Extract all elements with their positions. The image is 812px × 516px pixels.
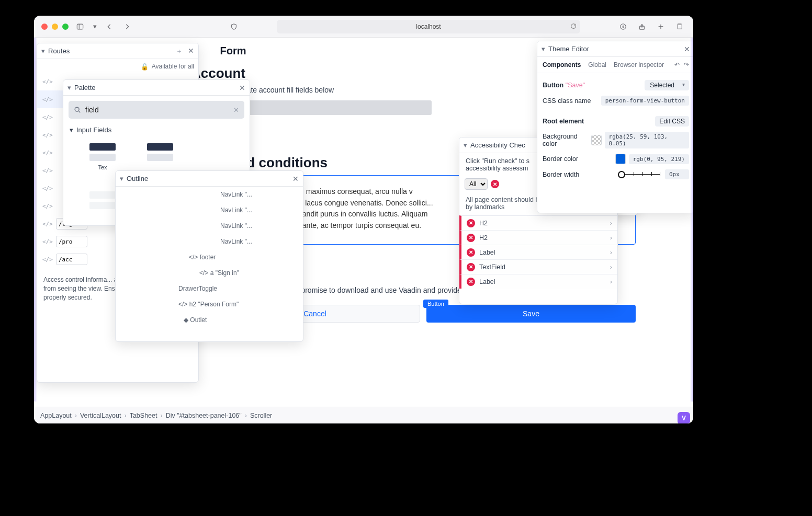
breadcrumb-item[interactable]: Scroller bbox=[250, 412, 272, 419]
redo-icon[interactable]: ↷ bbox=[684, 61, 689, 68]
section-label: Root element bbox=[543, 118, 584, 125]
border-width-value[interactable]: 0px bbox=[665, 169, 689, 179]
close-icon[interactable]: ✕ bbox=[292, 175, 299, 183]
outline-row[interactable]: DrawerToggle bbox=[116, 281, 303, 296]
vaadin-badge-icon[interactable]: V bbox=[678, 412, 690, 423]
chevron-right-icon: › bbox=[610, 263, 612, 271]
breadcrumb-item[interactable]: Div "#tabsheet-panel-106" bbox=[166, 412, 242, 419]
refresh-icon[interactable] bbox=[570, 22, 577, 30]
outline-row[interactable]: ◆ Outlet bbox=[116, 312, 303, 328]
unlock-icon: 🔓 bbox=[141, 63, 149, 71]
tabs-icon[interactable] bbox=[673, 20, 686, 33]
chevron-down-icon: ▾ bbox=[70, 126, 73, 134]
a11y-filter[interactable]: All bbox=[465, 178, 488, 190]
code-icon: </> bbox=[42, 256, 53, 263]
state-select[interactable]: Selected bbox=[645, 80, 689, 90]
shield-icon[interactable] bbox=[228, 20, 240, 33]
code-icon: </> bbox=[42, 167, 53, 174]
close-icon[interactable]: ✕ bbox=[239, 84, 245, 92]
palette-item[interactable]: Tex bbox=[84, 143, 121, 170]
error-icon: ✕ bbox=[467, 278, 475, 286]
route-path-input[interactable] bbox=[56, 236, 87, 247]
route-path-input[interactable] bbox=[56, 254, 87, 265]
code-icon: </> bbox=[42, 132, 53, 139]
new-tab-icon[interactable] bbox=[655, 20, 667, 33]
clear-icon[interactable]: ✕ bbox=[233, 106, 239, 114]
a11y-issue-row[interactable]: ✕Label› bbox=[459, 274, 617, 289]
code-icon: </> bbox=[42, 185, 53, 192]
bg-color-label: Background color bbox=[543, 133, 591, 147]
class-value[interactable]: person-form-view-button bbox=[601, 96, 689, 106]
outline-row[interactable]: </> footer bbox=[116, 249, 303, 265]
share-icon[interactable] bbox=[636, 20, 648, 33]
a11y-issue-row[interactable]: ✕TextField› bbox=[459, 259, 617, 274]
nav-forward-icon[interactable] bbox=[121, 20, 133, 33]
collapse-icon[interactable]: ▾ bbox=[464, 141, 467, 149]
palette-item[interactable] bbox=[142, 143, 178, 170]
bg-color-swatch[interactable] bbox=[591, 135, 601, 145]
tab-components[interactable]: Components bbox=[543, 61, 581, 68]
collapse-icon[interactable]: ▾ bbox=[67, 84, 71, 91]
border-width-label: Border width bbox=[543, 171, 579, 178]
code-icon: </> bbox=[42, 96, 53, 103]
edit-css-button[interactable]: Edit CSS bbox=[655, 116, 689, 127]
download-icon[interactable] bbox=[617, 20, 629, 33]
a11y-title: Accessibility Chec bbox=[470, 141, 525, 149]
close-window-icon[interactable] bbox=[41, 24, 48, 30]
route-label bbox=[56, 236, 87, 247]
svg-point-5 bbox=[75, 107, 79, 111]
tab-global[interactable]: Global bbox=[588, 61, 606, 68]
collapse-icon[interactable]: ▾ bbox=[120, 175, 123, 182]
content-area: PersoForm Account If you want to create … bbox=[34, 38, 693, 423]
outline-row[interactable]: NavLink "... bbox=[116, 234, 303, 249]
maximize-window-icon[interactable] bbox=[62, 24, 69, 30]
theme-title: Theme Editor bbox=[548, 45, 589, 53]
error-icon: ✕ bbox=[491, 180, 499, 188]
outline-row[interactable]: NavLink "... bbox=[116, 187, 303, 202]
collapse-icon[interactable]: ▾ bbox=[542, 45, 545, 53]
a11y-issue-row[interactable]: ✕Label› bbox=[459, 245, 617, 259]
border-color-swatch[interactable] bbox=[615, 154, 626, 164]
breadcrumb-item[interactable]: VerticalLayout bbox=[80, 412, 121, 419]
code-icon: </> bbox=[42, 150, 53, 156]
border-color-label: Border color bbox=[543, 155, 578, 163]
border-color-value[interactable]: rgb(0, 95, 219) bbox=[629, 154, 689, 164]
collapse-icon[interactable]: ▾ bbox=[41, 47, 45, 55]
outline-row[interactable]: NavLink "... bbox=[116, 202, 303, 218]
route-label bbox=[56, 254, 87, 265]
palette-search[interactable]: ✕ bbox=[69, 101, 244, 119]
theme-component-name: Button bbox=[543, 82, 563, 89]
breadcrumb-item[interactable]: AppLayout bbox=[40, 412, 72, 419]
tab-browser-inspector[interactable]: Browser inspector bbox=[614, 61, 664, 68]
border-width-slider[interactable] bbox=[618, 171, 660, 178]
minimize-window-icon[interactable] bbox=[52, 24, 58, 30]
outline-title: Outline bbox=[127, 175, 148, 182]
browser-window: ▾ localhost PersoForm Account I bbox=[34, 16, 693, 423]
close-icon[interactable]: ✕ bbox=[188, 47, 194, 56]
outline-row[interactable]: NavLink "... bbox=[116, 218, 303, 234]
undo-icon[interactable]: ↶ bbox=[674, 61, 680, 68]
a11y-issue-row[interactable]: ✕H2› bbox=[459, 215, 617, 230]
error-icon: ✕ bbox=[467, 219, 475, 227]
svg-rect-0 bbox=[77, 24, 83, 29]
address-bar[interactable]: localhost bbox=[277, 20, 580, 33]
outline-row[interactable]: </> a "Sign in" bbox=[116, 265, 303, 281]
palette-group[interactable]: ▾ Input Fields bbox=[63, 124, 250, 136]
chevron-right-icon: › bbox=[610, 234, 612, 242]
breadcrumb-item[interactable]: TabSheet bbox=[130, 412, 157, 419]
add-route-icon[interactable]: ＋ bbox=[176, 47, 183, 56]
code-icon: </> bbox=[42, 114, 53, 121]
close-icon[interactable]: ✕ bbox=[684, 45, 690, 53]
nav-back-icon[interactable] bbox=[103, 20, 116, 33]
palette-search-input[interactable] bbox=[85, 106, 229, 114]
bg-color-value[interactable]: rgba(25, 59, 103, 0.05) bbox=[605, 132, 689, 148]
code-icon: </> bbox=[42, 221, 53, 227]
outline-row[interactable]: </> h2 "Person Form" bbox=[116, 296, 303, 312]
save-button[interactable]: Save bbox=[426, 305, 636, 323]
sidebar-toggle-icon[interactable] bbox=[74, 20, 86, 33]
chevron-down-icon[interactable]: ▾ bbox=[92, 20, 98, 33]
outline-panel: ▾ Outline ✕ NavLink "...NavLink "...NavL… bbox=[115, 170, 303, 342]
url-text: localhost bbox=[416, 23, 441, 30]
code-icon: </> bbox=[42, 238, 53, 245]
a11y-issue-row[interactable]: ✕H2› bbox=[459, 230, 617, 245]
